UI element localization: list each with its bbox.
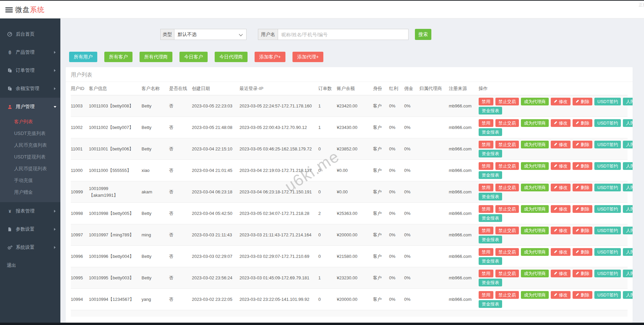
become-agent-button[interactable]: 成为代理商: [521, 162, 549, 170]
type-select[interactable]: 默认不选: [174, 29, 247, 40]
hamburger-menu-icon[interactable]: [5, 7, 13, 13]
forbid-trade-button[interactable]: 禁止交易: [495, 248, 519, 256]
usdt-sign-button[interactable]: USDT签约: [594, 119, 621, 127]
cny-sign-button[interactable]: 人民币签约: [623, 162, 633, 170]
become-agent-button[interactable]: 成为代理商: [521, 205, 549, 213]
cny-sign-button[interactable]: 人民币签约: [623, 184, 633, 191]
all-agents-button[interactable]: 所有代理商: [140, 52, 172, 62]
cny-sign-button[interactable]: 人民币签约: [623, 141, 633, 148]
edit-button[interactable]: 修改: [551, 291, 571, 299]
sidebar-item-system[interactable]: 系统设置: [0, 238, 60, 257]
disable-button[interactable]: 禁用: [479, 291, 493, 299]
usdt-sign-button[interactable]: USDT签约: [594, 270, 621, 277]
usdt-sign-button[interactable]: USDT签约: [594, 141, 621, 148]
delete-button[interactable]: 删除: [573, 227, 592, 234]
forbid-trade-button[interactable]: 禁止交易: [495, 98, 519, 105]
add-agent-button[interactable]: 添加代理+: [292, 52, 323, 62]
forbid-trade-button[interactable]: 禁止交易: [495, 119, 519, 127]
delete-button[interactable]: 删除: [573, 248, 592, 256]
cny-sign-button[interactable]: 人民币签约: [623, 227, 633, 234]
forbid-trade-button[interactable]: 禁止交易: [495, 162, 519, 170]
sidebar-subitem-usdt-recharge-list[interactable]: USDT充值列表: [0, 128, 60, 139]
become-agent-button[interactable]: 成为代理商: [521, 248, 549, 256]
edit-button[interactable]: 修改: [551, 205, 571, 213]
become-agent-button[interactable]: 成为代理商: [521, 119, 549, 127]
edit-button[interactable]: 修改: [551, 98, 571, 105]
disable-button[interactable]: 禁用: [479, 248, 493, 256]
edit-button[interactable]: 修改: [551, 119, 571, 127]
forbid-trade-button[interactable]: 禁止交易: [495, 270, 519, 277]
usdt-sign-button[interactable]: USDT签约: [594, 184, 621, 191]
sidebar-item-orders[interactable]: 订单管理: [0, 61, 60, 80]
delete-button[interactable]: 删除: [573, 162, 592, 170]
cny-sign-button[interactable]: 人民币签约: [623, 119, 633, 127]
today-customers-button[interactable]: 今日客户: [179, 52, 208, 62]
funds-report-button[interactable]: 资金报表: [479, 257, 502, 265]
forbid-trade-button[interactable]: 禁止交易: [495, 205, 519, 213]
all-customers-button[interactable]: 所有客户: [104, 52, 132, 62]
become-agent-button[interactable]: 成为代理商: [521, 98, 549, 105]
disable-button[interactable]: 禁用: [479, 205, 493, 213]
disable-button[interactable]: 禁用: [479, 162, 493, 170]
forbid-trade-button[interactable]: 禁止交易: [495, 184, 519, 191]
funds-report-button[interactable]: 资金报表: [479, 300, 502, 308]
sidebar-item-products[interactable]: B产品管理: [0, 43, 60, 61]
delete-button[interactable]: 删除: [573, 119, 592, 127]
cny-sign-button[interactable]: 人民币签约: [623, 205, 633, 213]
become-agent-button[interactable]: 成为代理商: [521, 270, 549, 277]
sidebar-subitem-cny-recharge-list[interactable]: 人民币充值列表: [0, 139, 60, 151]
usdt-sign-button[interactable]: USDT签约: [594, 227, 621, 234]
forbid-trade-button[interactable]: 禁止交易: [495, 291, 519, 299]
edit-button[interactable]: 修改: [551, 248, 571, 256]
funds-report-button[interactable]: 资金报表: [479, 193, 502, 200]
funds-report-button[interactable]: 资金报表: [479, 128, 502, 136]
all-users-button[interactable]: 所有用户: [69, 52, 97, 62]
today-agents-button[interactable]: 今日代理商: [215, 52, 248, 62]
forbid-trade-button[interactable]: 禁止交易: [495, 227, 519, 234]
sidebar-item-users[interactable]: 用户管理: [0, 98, 60, 116]
forbid-trade-button[interactable]: 禁止交易: [495, 141, 519, 148]
edit-button[interactable]: 修改: [551, 141, 571, 148]
sidebar-subitem-manual-recharge[interactable]: 手动充值: [0, 175, 60, 186]
disable-button[interactable]: 禁用: [479, 98, 493, 105]
delete-button[interactable]: 删除: [573, 98, 592, 105]
sidebar-item-logout[interactable]: 退出: [0, 257, 60, 275]
sidebar-subitem-usdt-withdraw-list[interactable]: USDT提现列表: [0, 151, 60, 163]
funds-report-button[interactable]: 资金报表: [479, 236, 502, 243]
cny-sign-button[interactable]: 人民币签约: [623, 270, 633, 277]
disable-button[interactable]: 禁用: [479, 184, 493, 191]
edit-button[interactable]: 修改: [551, 270, 571, 277]
sidebar-item-reports[interactable]: ¥报表管理: [0, 202, 60, 220]
funds-report-button[interactable]: 资金报表: [479, 279, 502, 286]
funds-report-button[interactable]: 资金报表: [479, 150, 502, 157]
usdt-sign-button[interactable]: USDT签约: [594, 248, 621, 256]
cny-sign-button[interactable]: 人民币签约: [623, 248, 633, 256]
delete-button[interactable]: 删除: [573, 184, 592, 191]
usdt-sign-button[interactable]: USDT签约: [594, 98, 621, 105]
become-agent-button[interactable]: 成为代理商: [521, 291, 549, 299]
delete-button[interactable]: 删除: [573, 291, 592, 299]
add-customer-button[interactable]: 添加客户+: [255, 52, 285, 62]
username-input[interactable]: [278, 29, 409, 40]
become-agent-button[interactable]: 成为代理商: [521, 227, 549, 234]
sidebar-item-yuebao[interactable]: 余额宝管理: [0, 80, 60, 98]
usdt-sign-button[interactable]: USDT签约: [594, 205, 621, 213]
funds-report-button[interactable]: 资金报表: [479, 171, 502, 179]
sidebar-item-dashboard[interactable]: 后台首页: [0, 25, 60, 43]
disable-button[interactable]: 禁用: [479, 227, 493, 234]
disable-button[interactable]: 禁用: [479, 270, 493, 277]
delete-button[interactable]: 删除: [573, 205, 592, 213]
sidebar-item-params[interactable]: 参数设置: [0, 220, 60, 238]
edit-button[interactable]: 修改: [551, 227, 571, 234]
cny-sign-button[interactable]: 人民币签约: [623, 98, 633, 105]
become-agent-button[interactable]: 成为代理商: [521, 184, 549, 191]
delete-button[interactable]: 删除: [573, 270, 592, 277]
funds-report-button[interactable]: 资金报表: [479, 214, 502, 222]
cny-sign-button[interactable]: 人民币签约: [623, 291, 633, 299]
become-agent-button[interactable]: 成为代理商: [521, 141, 549, 148]
delete-button[interactable]: 删除: [573, 141, 592, 148]
edit-button[interactable]: 修改: [551, 184, 571, 191]
search-button[interactable]: 搜索: [415, 29, 431, 40]
disable-button[interactable]: 禁用: [479, 119, 493, 127]
disable-button[interactable]: 禁用: [479, 141, 493, 148]
